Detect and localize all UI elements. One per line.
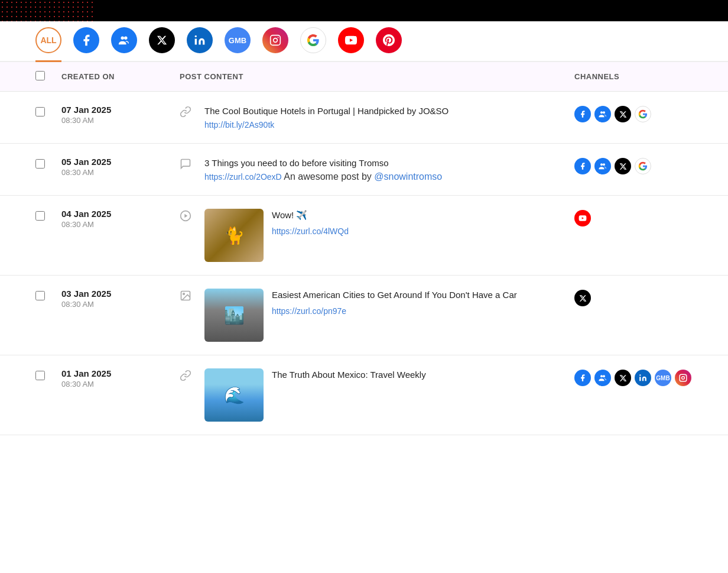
- post-channels-col: [574, 289, 693, 306]
- post-image: 🌊: [204, 368, 264, 422]
- tab-youtube-icon: [338, 27, 364, 53]
- channel-facebook-icon: [574, 106, 591, 122]
- post-title: The Truth About Mexico: Travel Weekly: [272, 368, 574, 381]
- channel-linkedin-icon: [635, 370, 651, 386]
- tab-pinterest[interactable]: [376, 27, 402, 62]
- row-select-checkbox[interactable]: [35, 371, 45, 380]
- svg-point-6: [278, 37, 279, 38]
- tab-google-icon: [300, 27, 326, 53]
- svg-rect-21: [680, 374, 687, 381]
- post-date: 01 Jan 2025: [61, 368, 180, 378]
- post-mention: @snowintromso: [374, 171, 442, 182]
- post-date: 07 Jan 2025: [61, 105, 180, 115]
- post-title: The Cool Boutique Hotels in Portugal | H…: [204, 105, 574, 117]
- tab-youtube[interactable]: [338, 27, 364, 62]
- post-link[interactable]: https://zurl.co/2OexD: [204, 172, 282, 182]
- tab-all-icon: ALL: [35, 27, 61, 53]
- svg-rect-4: [271, 35, 281, 46]
- post-link[interactable]: http://bit.ly/2As90tk: [204, 120, 274, 130]
- channel-google-icon: [635, 106, 651, 122]
- post-title: 3 Things you need to do before visiting …: [204, 157, 574, 169]
- svg-point-23: [685, 375, 685, 376]
- tabs-bar: ALL GMB: [0, 21, 728, 62]
- tab-linkedin[interactable]: [187, 27, 213, 62]
- header-channels: CHANNELS: [574, 72, 693, 81]
- top-bar: [0, 0, 728, 21]
- row-select-checkbox[interactable]: [35, 107, 45, 116]
- svg-point-5: [274, 38, 278, 43]
- svg-point-11: [603, 163, 605, 166]
- post-date: 04 Jan 2025: [61, 209, 180, 219]
- tab-twitter[interactable]: [149, 27, 175, 62]
- tab-facebook-icon: [73, 27, 99, 53]
- post-content-col: 3 Things you need to do before visiting …: [180, 157, 574, 182]
- tab-facebook[interactable]: [73, 27, 99, 62]
- post-image: 🐈: [204, 209, 264, 262]
- header-created-on: CREATED ON: [61, 72, 180, 81]
- row-checkbox-col: [35, 289, 61, 303]
- svg-point-20: [639, 374, 641, 375]
- post-date-col: 05 Jan 2025 08:30 AM: [61, 157, 180, 177]
- svg-point-18: [603, 375, 605, 377]
- post-time: 08:30 AM: [61, 220, 180, 229]
- post-link[interactable]: https://zurl.co/pn97e: [272, 306, 346, 316]
- header-checkbox-col: [35, 71, 61, 83]
- tab-instagram[interactable]: [262, 27, 288, 62]
- post-channels-col: [574, 209, 693, 226]
- post-content-col: 🏙️ Easiest American Cities to Get Around…: [180, 289, 574, 342]
- svg-point-22: [682, 377, 685, 380]
- tab-linkedin-icon: [187, 27, 213, 53]
- channel-twitter-icon: [615, 370, 631, 386]
- table-row: 01 Jan 2025 08:30 AM 🌊 The Truth About M…: [0, 355, 728, 435]
- table-row: 07 Jan 2025 08:30 AM The Cool Boutique H…: [0, 92, 728, 144]
- post-extra-text: An awesome post by: [282, 171, 375, 182]
- svg-point-3: [195, 35, 197, 37]
- post-text-body: Easiest American Cities to Get Around If…: [272, 289, 574, 316]
- header-post-content: POST CONTENT: [180, 72, 574, 81]
- channel-groups-icon: [594, 370, 611, 386]
- post-link[interactable]: https://zurl.co/4lWQd: [272, 226, 349, 236]
- top-bar-decoration: [0, 0, 95, 21]
- post-date-col: 07 Jan 2025 08:30 AM: [61, 105, 180, 125]
- table-row: 03 Jan 2025 08:30 AM 🏙️ Easiest American…: [0, 276, 728, 355]
- tab-gmb-icon: GMB: [225, 27, 251, 53]
- channel-groups-icon: [594, 158, 611, 174]
- channel-twitter-icon: [574, 290, 591, 306]
- select-all-checkbox[interactable]: [35, 71, 45, 80]
- table-row: 05 Jan 2025 08:30 AM 3 Things you need t…: [0, 144, 728, 196]
- svg-rect-19: [639, 377, 641, 381]
- svg-point-0: [121, 37, 125, 40]
- row-select-checkbox[interactable]: [35, 211, 45, 221]
- post-time: 08:30 AM: [61, 380, 180, 389]
- table-row: 04 Jan 2025 08:30 AM 🐈 Wow! ✈️https://zu…: [0, 196, 728, 276]
- tab-groups[interactable]: [111, 27, 137, 62]
- post-content-col: 🐈 Wow! ✈️https://zurl.co/4lWQd: [180, 209, 574, 262]
- row-select-checkbox[interactable]: [35, 159, 45, 169]
- channel-youtube-icon: [574, 210, 591, 226]
- post-date-col: 01 Jan 2025 08:30 AM: [61, 368, 180, 389]
- channel-google-icon: [635, 158, 651, 174]
- post-type-icon: [180, 105, 196, 121]
- post-text-body: The Truth About Mexico: Travel Weekly: [272, 368, 574, 381]
- post-type-icon: [180, 368, 196, 384]
- row-checkbox-col: [35, 368, 61, 383]
- tab-pinterest-icon: [376, 27, 402, 53]
- post-image: 🏙️: [204, 289, 264, 342]
- tab-twitter-icon: [149, 27, 175, 53]
- svg-marker-13: [184, 214, 187, 218]
- post-content-col: 🌊 The Truth About Mexico: Travel Weekly: [180, 368, 574, 422]
- post-time: 08:30 AM: [61, 116, 180, 125]
- tab-gmb[interactable]: GMB: [225, 27, 251, 62]
- svg-point-17: [600, 375, 603, 377]
- table-header: CREATED ON POST CONTENT CHANNELS: [0, 62, 728, 92]
- channel-gmb-icon: GMB: [655, 370, 671, 386]
- post-content-col: The Cool Boutique Hotels in Portugal | H…: [180, 105, 574, 130]
- svg-point-9: [603, 111, 605, 114]
- channel-facebook-icon: [574, 158, 591, 174]
- tab-groups-icon: [111, 27, 137, 53]
- tab-google[interactable]: [300, 27, 326, 62]
- channel-groups-icon: [594, 106, 611, 122]
- tab-all[interactable]: ALL: [35, 27, 61, 62]
- post-text-body: Wow! ✈️https://zurl.co/4lWQd: [272, 209, 574, 237]
- row-select-checkbox[interactable]: [35, 291, 45, 300]
